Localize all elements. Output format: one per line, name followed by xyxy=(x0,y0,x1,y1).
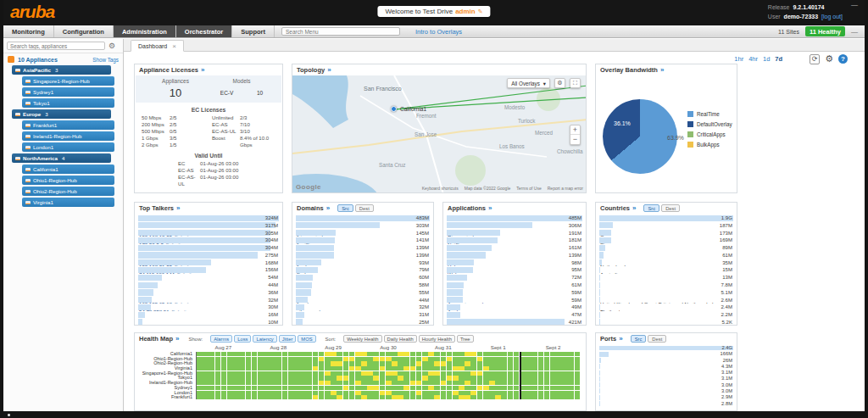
list-item[interactable]: *ringcentral.com145M xyxy=(296,230,430,237)
list-item[interactable]: 10.10.3.3Default317M xyxy=(138,222,279,229)
health-row-tokyo1[interactable] xyxy=(197,376,581,380)
tree-item-frankfurt1[interactable]: Frankfurt1 xyxy=(22,120,114,130)
list-item[interactable]: *box.com139M xyxy=(296,244,430,251)
list-item[interactable]: 74.112.186.144Default156M xyxy=(138,266,279,273)
tree-item-ohio2-region-hub[interactable]: Ohio2-Region-Hub xyxy=(22,187,114,196)
show-button-latency[interactable]: Latency xyxy=(253,335,276,343)
intro-overlays-link[interactable]: Intro to Overlays xyxy=(415,28,462,36)
list-item[interactable]: 8x8485M xyxy=(447,215,582,221)
minimize-icon[interactable]: — xyxy=(851,1,858,8)
bandwidth-pie-chart[interactable]: 36.1% 63.9% xyxy=(603,99,677,174)
list-item[interactable]: Hulu98M xyxy=(447,259,582,266)
list-item[interactable]: 192.168.11.33Default324M xyxy=(138,215,279,221)
list-item[interactable]: Ireland187M xyxy=(599,222,733,229)
list-item[interactable]: 104.94.246.212Default10M xyxy=(138,319,279,326)
list-item[interactable]: *dropbox.com303M xyxy=(296,222,430,229)
sort-button-daily-health[interactable]: Daily Health xyxy=(384,335,417,343)
tree-group-northamerica[interactable]: NorthAmerica4 xyxy=(12,153,111,163)
list-item[interactable]: United Kingdom89M xyxy=(599,244,733,251)
list-item[interactable]: Zoom47M xyxy=(447,311,582,318)
list-item[interactable]: United Kingdom of Great Britain and Nort… xyxy=(599,297,733,304)
list-item[interactable]: Japan61M xyxy=(599,252,733,259)
welcome-banner-button[interactable]: Welcome to Test Driveadmin✎ xyxy=(377,6,490,17)
tree-item-ohio1-region-hub[interactable]: Ohio1-Region-Hub xyxy=(22,176,114,185)
list-item[interactable]: 172.30.3.3Default304M xyxy=(138,237,279,243)
list-item[interactable]: Canada5.1M xyxy=(599,289,733,296)
list-item[interactable]: Accounts-google59M xyxy=(447,297,582,304)
list-item[interactable]: others421M xyxy=(447,319,582,326)
sort-button-hourly-health[interactable]: Hourly Health xyxy=(419,335,455,343)
topology-more-link[interactable]: » xyxy=(327,66,331,74)
health-row-ohio1-region-hub[interactable] xyxy=(197,357,581,361)
list-item[interactable]: 162.125.8.18Default54M xyxy=(138,274,279,281)
list-item[interactable]: *hulu.com79M xyxy=(296,266,430,273)
time-range-1hr[interactable]: 1hr xyxy=(734,55,743,63)
tree-item-california1[interactable]: California1 xyxy=(22,164,114,174)
list-item[interactable]: Apple49M xyxy=(447,304,582,310)
list-item[interactable]: Netflix181M xyxy=(447,237,582,243)
health-row-ohio2-region-hub[interactable] xyxy=(197,361,581,365)
tree-group-asiapacific[interactable]: AsiaPacific3 xyxy=(12,65,111,75)
toggle-src[interactable]: Src xyxy=(337,204,353,212)
list-item[interactable]: silver-peak.com32M xyxy=(296,304,430,310)
health-row-singapore1-region-hub[interactable] xyxy=(197,371,581,376)
tree-item-singapore1-region-hub[interactable]: Singapore1-Region-Hub xyxy=(22,76,114,86)
close-tab-icon[interactable]: × xyxy=(172,42,176,50)
list-item[interactable]: Sweden7.8M xyxy=(599,281,733,288)
countries-more-link[interactable]: » xyxy=(632,204,636,212)
map-attribution-link[interactable]: Report a map error xyxy=(548,186,583,191)
licenses-more-link[interactable]: » xyxy=(201,66,204,74)
tree-item-tokyo1[interactable]: Tokyo1 xyxy=(22,98,114,108)
list-item[interactable]: Germany173M xyxy=(599,230,733,237)
health-row-virginia1[interactable] xyxy=(197,366,581,371)
map-gear-icon[interactable]: ⚙ xyxy=(554,78,565,88)
tree-item-sydney1[interactable]: Sydney1 xyxy=(22,87,114,97)
health-row-ireland1-region-hub[interactable] xyxy=(197,381,581,385)
health-row-california1[interactable] xyxy=(197,352,581,356)
list-item[interactable]: Hong Kong2.2M xyxy=(599,311,733,318)
list-item[interactable]: 46835 TCP3.1M xyxy=(599,376,733,382)
list-item[interactable]: Thailand2.4M xyxy=(599,304,733,310)
applications-more-link[interactable]: » xyxy=(488,204,492,212)
appliance-map-marker[interactable] xyxy=(391,106,397,112)
list-item[interactable]: *workday.com58M xyxy=(296,281,430,288)
list-item[interactable]: twitter.com60M xyxy=(296,274,430,281)
appliances-root-row[interactable]: 10 Appliances Show Tags xyxy=(3,53,123,64)
list-item[interactable]: Netherlands35M xyxy=(599,259,733,266)
overlay-select[interactable]: All Overlays ▾ xyxy=(507,78,550,88)
dashboard-gear-icon[interactable]: ⚙ xyxy=(825,53,833,64)
list-item[interactable]: 80 TCP (Http)26M xyxy=(599,358,733,364)
menu-item-administration[interactable]: Administration xyxy=(114,25,176,37)
map-attribution-link[interactable]: Map data ©2022 Google xyxy=(465,186,511,191)
list-item[interactable]: United States1.9G xyxy=(599,215,733,221)
show-button-jitter[interactable]: Jitter xyxy=(279,335,297,343)
show-button-loss[interactable]: Loss xyxy=(234,335,251,343)
list-item[interactable]: 42562 TCP2.8M xyxy=(599,401,733,407)
list-item[interactable]: 52661 TCP3.1M xyxy=(599,370,733,376)
tree-item-london1[interactable]: London1 xyxy=(22,142,114,152)
list-item[interactable]: 443 TCP (Https)2.4G xyxy=(599,345,733,351)
list-item[interactable]: 163.125.7.18Default16M xyxy=(138,311,279,318)
list-item[interactable]: Australia15M xyxy=(599,266,733,273)
tree-item-virginia1[interactable]: Virginia1 xyxy=(22,198,114,207)
toggle-dest[interactable]: Dest xyxy=(661,204,680,212)
sidebar-search-input[interactable] xyxy=(7,42,105,50)
list-item[interactable]: 41353 TCP3.0M xyxy=(599,388,733,394)
list-item[interactable]: 192.168.12.33Default305M xyxy=(138,230,279,237)
map-fullscreen-icon[interactable]: ⛶ xyxy=(570,78,581,88)
tree-item-ireland1-region-hub[interactable]: Ireland1-Region-Hub xyxy=(22,131,114,141)
list-item[interactable]: 162.125.81.18Default44M xyxy=(138,281,279,288)
refresh-icon[interactable]: ⟳ xyxy=(810,54,820,64)
legend-item-criticalapps[interactable]: CriticalApps xyxy=(687,131,732,137)
show-tags-link[interactable]: Show Tags xyxy=(92,57,119,63)
list-item[interactable]: 52662 TCP4.3M xyxy=(599,364,733,370)
menu-item-orchestrator[interactable]: Orchestrator xyxy=(176,25,232,37)
list-item[interactable]: *webex.com93M xyxy=(296,259,430,266)
show-button-mos[interactable]: MOS xyxy=(298,335,315,343)
list-item[interactable]: Singapore169M xyxy=(599,237,733,243)
list-item[interactable]: *apple.com44M xyxy=(296,297,430,304)
list-item[interactable]: Twitter61M xyxy=(447,281,582,288)
menu-item-configuration[interactable]: Configuration xyxy=(54,25,114,37)
sidebar-gear-icon[interactable]: ⚙ xyxy=(108,42,115,50)
health-row-sydney1[interactable] xyxy=(197,386,581,390)
